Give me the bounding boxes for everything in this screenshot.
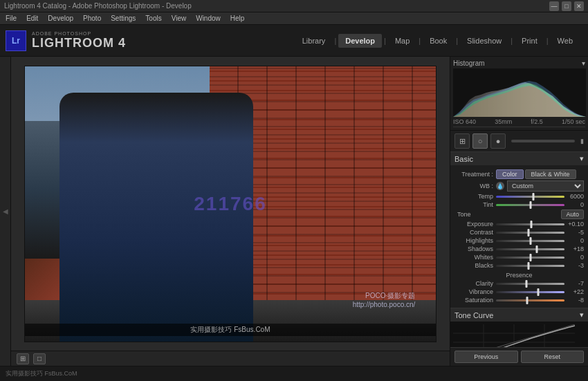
- shadows-slider-track[interactable]: [496, 248, 564, 250]
- tab-slideshow[interactable]: Slideshow: [460, 34, 508, 48]
- tab-web[interactable]: Web: [551, 34, 580, 48]
- exposure-slider-track[interactable]: [496, 223, 564, 225]
- nav-sep-2: |: [384, 37, 386, 45]
- window-controls[interactable]: — □ ✕: [549, 1, 584, 11]
- menu-develop[interactable]: Develop: [48, 15, 73, 22]
- vibrance-value: +22: [564, 288, 584, 295]
- logo-area: Lr ADOBE PHOTOSHOP LIGHTROOM 4: [6, 30, 126, 51]
- hist-aperture: f/2.5: [531, 118, 543, 125]
- tone-curve-chevron: ▾: [580, 310, 584, 319]
- photo-container: 211766 POCO·摄影专题 http://photo.poco.cn/ 实…: [11, 57, 450, 351]
- basic-panel-content: Treatment : Color Black & White WB : 💧 C…: [450, 165, 588, 308]
- tab-library[interactable]: Library: [295, 34, 333, 48]
- minimize-button[interactable]: —: [549, 1, 559, 11]
- shadows-slider-thumb[interactable]: [536, 245, 538, 253]
- tone-curve-svg: [453, 324, 575, 347]
- clarity-slider-thumb[interactable]: [525, 280, 527, 288]
- tint-slider-track[interactable]: [496, 204, 564, 206]
- loupe-view-button[interactable]: □: [33, 353, 46, 364]
- whites-slider-track[interactable]: [496, 257, 564, 259]
- menu-help[interactable]: Help: [230, 15, 245, 22]
- saturation-slider-track[interactable]: [496, 299, 564, 301]
- reset-button[interactable]: Reset: [521, 351, 585, 363]
- menu-file[interactable]: File: [6, 15, 17, 22]
- temp-value: 6000: [564, 193, 584, 200]
- menu-view[interactable]: View: [172, 15, 187, 22]
- wb-row: WB : 💧 Custom: [454, 180, 584, 192]
- contrast-slider-track[interactable]: [496, 232, 564, 234]
- highlights-slider-thumb[interactable]: [529, 237, 531, 245]
- panel-bottom-buttons: Previous Reset: [450, 347, 588, 366]
- highlights-slider-track[interactable]: [496, 240, 564, 242]
- whites-slider-thumb[interactable]: [529, 254, 531, 261]
- treatment-row: Treatment : Color Black & White: [454, 169, 584, 179]
- color-treatment-btn[interactable]: Color: [496, 169, 524, 179]
- photo-person: [59, 93, 253, 342]
- wb-picker-icon[interactable]: 💧: [496, 182, 504, 190]
- menu-photo[interactable]: Photo: [83, 15, 101, 22]
- watermark-1: 211766: [194, 193, 266, 215]
- bottom-toolbar: ⊞ □: [11, 351, 450, 366]
- temp-slider-thumb[interactable]: [533, 193, 535, 201]
- window-title: Lightroom 4 Catalog - Adobe Photoshop Li…: [4, 2, 192, 10]
- contrast-slider-thumb[interactable]: [527, 229, 529, 236]
- nav-sep-4: |: [456, 37, 458, 45]
- saturation-slider-thumb[interactable]: [526, 297, 528, 304]
- histogram-label: Histogram: [453, 59, 485, 67]
- status-bar: 实用摄影技巧 FsBus.CoM: [0, 366, 588, 381]
- clarity-value: -7: [564, 280, 584, 287]
- shadows-value: +18: [564, 245, 584, 252]
- vibrance-slider-track[interactable]: [496, 291, 564, 293]
- menu-tools[interactable]: Tools: [145, 15, 161, 22]
- basic-panel: Basic ▾ Treatment : Color Black & White …: [450, 152, 588, 308]
- maximize-button[interactable]: □: [562, 1, 571, 11]
- exposure-slider-thumb[interactable]: [531, 221, 533, 228]
- basic-panel-header[interactable]: Basic ▾: [450, 152, 588, 165]
- highlights-label: Highlights: [454, 237, 496, 244]
- hist-iso: ISO 640: [453, 118, 476, 125]
- blacks-slider-thumb[interactable]: [527, 262, 529, 270]
- tab-map[interactable]: Map: [388, 34, 416, 48]
- center-area: 211766 POCO·摄影专题 http://photo.poco.cn/ 实…: [11, 57, 450, 366]
- left-panel-toggle[interactable]: ◀: [1, 207, 9, 215]
- histogram-expand-icon[interactable]: ▾: [582, 59, 585, 67]
- logo-text: ADOBE PHOTOSHOP LIGHTROOM 4: [32, 31, 126, 50]
- status-text: 实用摄影技巧 FsBus.CoM: [6, 369, 77, 378]
- right-scroll-area: Basic ▾ Treatment : Color Black & White …: [450, 152, 588, 347]
- tint-slider-thumb[interactable]: [529, 201, 531, 209]
- title-bar: Lightroom 4 Catalog - Adobe Photoshop Li…: [0, 0, 588, 12]
- bw-treatment-btn[interactable]: Black & White: [525, 169, 576, 179]
- wb-select[interactable]: Custom: [507, 180, 584, 192]
- saturation-slider-row: Saturation -8: [454, 297, 584, 304]
- close-button[interactable]: ✕: [574, 1, 584, 11]
- temp-slider-track[interactable]: [496, 196, 564, 198]
- hist-focal: 35mm: [495, 118, 512, 125]
- clarity-slider-track[interactable]: [496, 283, 564, 285]
- menu-edit[interactable]: Edit: [26, 15, 38, 22]
- redeye-icon[interactable]: ●: [490, 133, 506, 149]
- crop-tool-icon[interactable]: ⊞: [454, 133, 470, 149]
- tint-slider-row: Tint 0: [454, 201, 584, 208]
- grid-view-button[interactable]: ⊞: [17, 353, 29, 364]
- menu-window[interactable]: Window: [196, 15, 221, 22]
- tab-print[interactable]: Print: [515, 34, 544, 48]
- tab-book[interactable]: Book: [423, 34, 454, 48]
- whites-slider-row: Whites 0: [454, 254, 584, 261]
- blacks-slider-track[interactable]: [496, 265, 564, 267]
- histogram-svg: [453, 68, 586, 117]
- menu-settings[interactable]: Settings: [111, 15, 136, 22]
- tone-curve-header[interactable]: Tone Curve ▾: [450, 308, 588, 322]
- spot-removal-icon[interactable]: ○: [472, 133, 488, 149]
- tone-header-row: Tone Auto: [454, 210, 584, 219]
- tool-slider[interactable]: [511, 140, 575, 142]
- vibrance-slider-thumb[interactable]: [538, 288, 540, 296]
- temp-slider-row: Temp 6000: [454, 193, 584, 200]
- nav-sep-3: |: [419, 37, 421, 45]
- auto-btn[interactable]: Auto: [561, 210, 584, 219]
- clarity-label: Clarity: [454, 280, 496, 287]
- tab-develop[interactable]: Develop: [338, 34, 382, 48]
- main-area: ◀ 211766 POCO·摄影专题 http://photo.poco.cn/…: [0, 57, 588, 366]
- previous-button[interactable]: Previous: [454, 351, 518, 363]
- highlights-slider-row: Highlights 0: [454, 237, 584, 244]
- basic-panel-label: Basic: [454, 155, 473, 163]
